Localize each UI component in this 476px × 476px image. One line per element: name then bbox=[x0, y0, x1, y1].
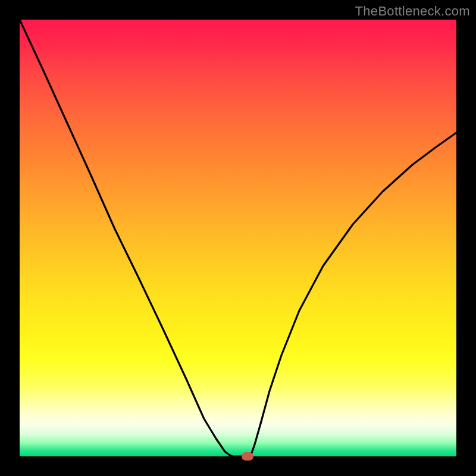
chart-frame: TheBottleneck.com bbox=[0, 0, 476, 476]
watermark-text: TheBottleneck.com bbox=[355, 4, 470, 19]
bottleneck-curve-svg bbox=[20, 20, 456, 456]
bottleneck-curve-path bbox=[20, 20, 456, 456]
optimal-point-marker bbox=[242, 452, 253, 461]
